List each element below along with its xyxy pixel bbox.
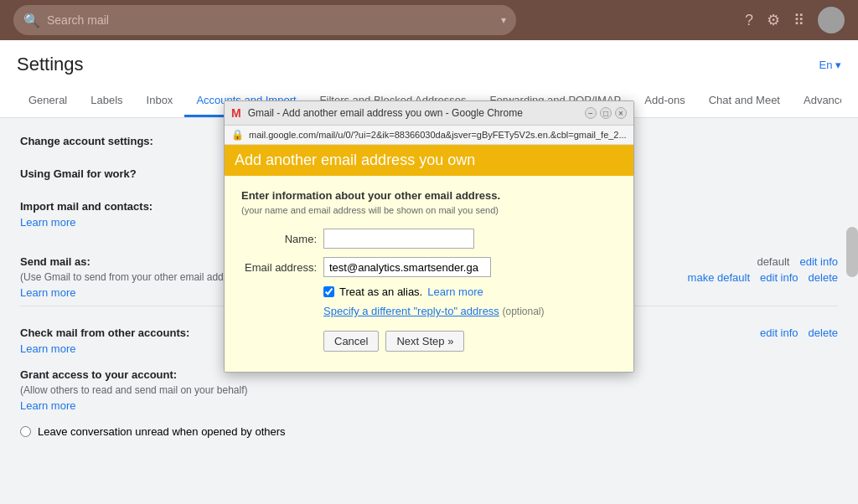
close-button[interactable]: × [615, 107, 627, 119]
treat-alias-label: Treat as an alias. [339, 285, 422, 298]
modal-url: mail.google.com/mail/u/0/?ui=2&ik=883660… [249, 130, 627, 140]
reply-to-row: Specify a different "reply-to" address (… [323, 305, 617, 317]
treat-alias-row: Treat as an alias. Learn more [323, 285, 617, 298]
treat-alias-learn-link[interactable]: Learn more [427, 285, 483, 298]
minimize-button[interactable]: − [585, 107, 597, 119]
email-form-row: Email address: [241, 257, 617, 277]
modal-titlebar: M Gmail - Add another email address you … [225, 101, 633, 126]
modal-controls: − □ × [585, 107, 627, 119]
modal-description-sub: (your name and email address will be sho… [241, 205, 617, 215]
cancel-button[interactable]: Cancel [323, 331, 379, 352]
treat-alias-checkbox[interactable] [323, 286, 334, 297]
modal-heading: Add another email address you own [225, 145, 633, 176]
email-label: Email address: [241, 261, 317, 274]
reply-to-link[interactable]: Specify a different "reply-to" address [323, 305, 499, 317]
modal-favicon-icon: M [231, 106, 241, 120]
optional-label: (optional) [503, 306, 545, 317]
name-label: Name: [241, 233, 317, 245]
main-content: Change account settings: Using Gmail for… [0, 118, 858, 504]
name-input[interactable] [323, 229, 474, 249]
modal-description: Enter information about your other email… [241, 189, 617, 202]
modal-address-bar: 🔒 mail.google.com/mail/u/0/?ui=2&ik=8836… [225, 126, 633, 145]
maximize-button[interactable]: □ [600, 107, 612, 119]
modal-title-text: Gmail - Add another email address you ow… [248, 107, 578, 119]
modal-overlay: M Gmail - Add another email address you … [0, 0, 858, 504]
modal-body: Add another email address you own Enter … [225, 145, 633, 372]
next-step-button[interactable]: Next Step » [385, 331, 464, 352]
modal-window: M Gmail - Add another email address you … [224, 100, 634, 373]
lock-icon: 🔒 [231, 129, 244, 141]
email-input[interactable] [323, 257, 491, 277]
name-form-row: Name: [241, 229, 617, 249]
modal-buttons: Cancel Next Step » [323, 331, 617, 352]
